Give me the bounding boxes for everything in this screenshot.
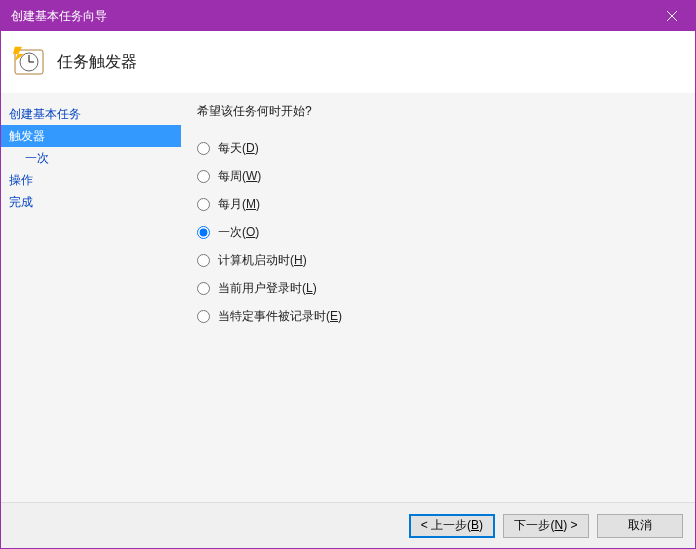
sidebar-step-0[interactable]: 创建基本任务 bbox=[1, 103, 181, 125]
wizard-sidebar: 创建基本任务触发器一次操作完成 bbox=[1, 93, 181, 502]
trigger-radio-monthly[interactable] bbox=[197, 198, 210, 211]
clock-wizard-icon bbox=[13, 46, 45, 78]
close-button[interactable] bbox=[649, 1, 695, 31]
wizard-footer: < 上一步(B) 下一步(N) > 取消 bbox=[1, 502, 695, 548]
window-title: 创建基本任务向导 bbox=[11, 8, 107, 25]
trigger-option-event: 当特定事件被记录时(E) bbox=[197, 302, 679, 330]
back-button-accel: B bbox=[471, 518, 479, 532]
trigger-radio-startup[interactable] bbox=[197, 254, 210, 267]
trigger-option-logon: 当前用户登录时(L) bbox=[197, 274, 679, 302]
trigger-label-monthly[interactable]: 每月(M) bbox=[218, 196, 260, 213]
trigger-radio-once[interactable] bbox=[197, 226, 210, 239]
trigger-label-daily[interactable]: 每天(D) bbox=[218, 140, 259, 157]
trigger-radio-weekly[interactable] bbox=[197, 170, 210, 183]
wizard-header: 任务触发器 bbox=[1, 31, 695, 93]
wizard-main: 创建基本任务触发器一次操作完成 希望该任务何时开始? 每天(D)每周(W)每月(… bbox=[1, 93, 695, 502]
cancel-button[interactable]: 取消 bbox=[597, 514, 683, 538]
wizard-content: 希望该任务何时开始? 每天(D)每周(W)每月(M)一次(O)计算机启动时(H)… bbox=[181, 93, 695, 502]
trigger-label-logon[interactable]: 当前用户登录时(L) bbox=[218, 280, 317, 297]
trigger-options: 每天(D)每周(W)每月(M)一次(O)计算机启动时(H)当前用户登录时(L)当… bbox=[197, 134, 679, 330]
back-button-pre: < 上一步( bbox=[421, 518, 471, 532]
trigger-label-once[interactable]: 一次(O) bbox=[218, 224, 259, 241]
sidebar-step-2[interactable]: 一次 bbox=[1, 147, 181, 169]
page-title: 任务触发器 bbox=[57, 52, 137, 73]
trigger-option-weekly: 每周(W) bbox=[197, 162, 679, 190]
trigger-prompt: 希望该任务何时开始? bbox=[197, 103, 679, 120]
next-button-post: ) > bbox=[563, 518, 577, 532]
trigger-option-monthly: 每月(M) bbox=[197, 190, 679, 218]
titlebar: 创建基本任务向导 bbox=[1, 1, 695, 31]
trigger-option-daily: 每天(D) bbox=[197, 134, 679, 162]
trigger-radio-event[interactable] bbox=[197, 310, 210, 323]
trigger-label-event[interactable]: 当特定事件被记录时(E) bbox=[218, 308, 342, 325]
back-button[interactable]: < 上一步(B) bbox=[409, 514, 495, 538]
trigger-label-weekly[interactable]: 每周(W) bbox=[218, 168, 261, 185]
next-button-accel: N bbox=[554, 518, 563, 532]
trigger-option-startup: 计算机启动时(H) bbox=[197, 246, 679, 274]
back-button-post: ) bbox=[479, 518, 483, 532]
trigger-radio-daily[interactable] bbox=[197, 142, 210, 155]
trigger-label-startup[interactable]: 计算机启动时(H) bbox=[218, 252, 307, 269]
sidebar-step-1[interactable]: 触发器 bbox=[1, 125, 181, 147]
sidebar-step-4[interactable]: 完成 bbox=[1, 191, 181, 213]
next-button-pre: 下一步( bbox=[514, 518, 554, 532]
trigger-option-once: 一次(O) bbox=[197, 218, 679, 246]
trigger-radio-logon[interactable] bbox=[197, 282, 210, 295]
close-icon bbox=[667, 11, 677, 21]
next-button[interactable]: 下一步(N) > bbox=[503, 514, 589, 538]
sidebar-step-3[interactable]: 操作 bbox=[1, 169, 181, 191]
